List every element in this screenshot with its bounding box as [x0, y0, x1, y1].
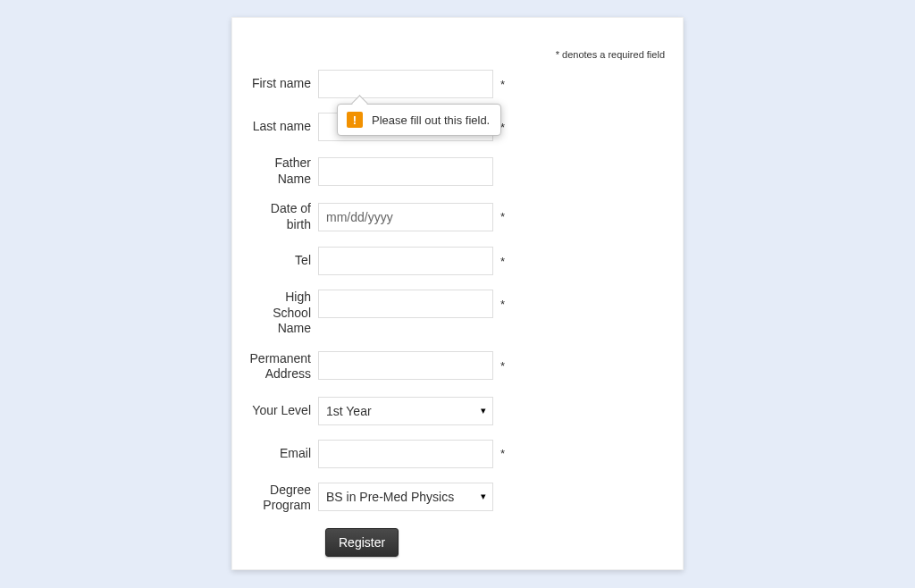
form-card: * denotes a required field First name * …	[231, 17, 684, 570]
level-select[interactable]: 1st Year	[318, 397, 493, 425]
required-star: *	[500, 255, 505, 268]
label-address: Permanent Address	[247, 351, 318, 382]
label-first-name: First name	[247, 76, 318, 92]
validation-tooltip: ! Please fill out this field.	[337, 104, 501, 136]
registration-form: First name * Last name * Father Name Dat…	[232, 70, 683, 557]
label-email: Email	[247, 446, 318, 462]
row-degree: Degree Program BS in Pre-Med Physics	[247, 483, 683, 514]
label-level: Your Level	[247, 403, 318, 419]
label-high-school: High School Name	[247, 290, 318, 337]
required-note: * denotes a required field	[556, 49, 665, 60]
degree-select[interactable]: BS in Pre-Med Physics	[318, 483, 493, 511]
row-address: Permanent Address *	[247, 351, 683, 382]
row-dob: Date of birth *	[247, 201, 683, 232]
row-email: Email *	[247, 440, 683, 468]
register-button[interactable]: Register	[325, 528, 399, 557]
row-first-name: First name *	[247, 70, 683, 98]
required-star: *	[500, 298, 505, 311]
row-tel: Tel *	[247, 247, 683, 275]
label-dob: Date of birth	[247, 201, 318, 232]
row-submit: Register	[325, 528, 683, 557]
label-degree: Degree Program	[247, 483, 318, 514]
dob-input[interactable]	[318, 203, 493, 231]
required-star: *	[500, 210, 505, 223]
warning-icon: !	[347, 112, 363, 128]
label-last-name: Last name	[247, 119, 318, 135]
required-star: *	[500, 447, 505, 460]
required-star: *	[500, 359, 505, 373]
required-star: *	[500, 78, 505, 91]
address-input[interactable]	[318, 351, 493, 380]
label-tel: Tel	[247, 253, 318, 269]
tooltip-message: Please fill out this field.	[372, 113, 490, 127]
label-father-name: Father Name	[247, 155, 318, 187]
high-school-input[interactable]	[318, 290, 493, 318]
row-level: Your Level 1st Year	[247, 397, 683, 425]
father-name-input[interactable]	[318, 157, 493, 186]
row-father-name: Father Name	[247, 155, 683, 187]
email-input[interactable]	[318, 440, 493, 468]
tel-input[interactable]	[318, 247, 493, 275]
first-name-input[interactable]	[318, 70, 493, 98]
row-high-school: High School Name *	[247, 290, 683, 337]
